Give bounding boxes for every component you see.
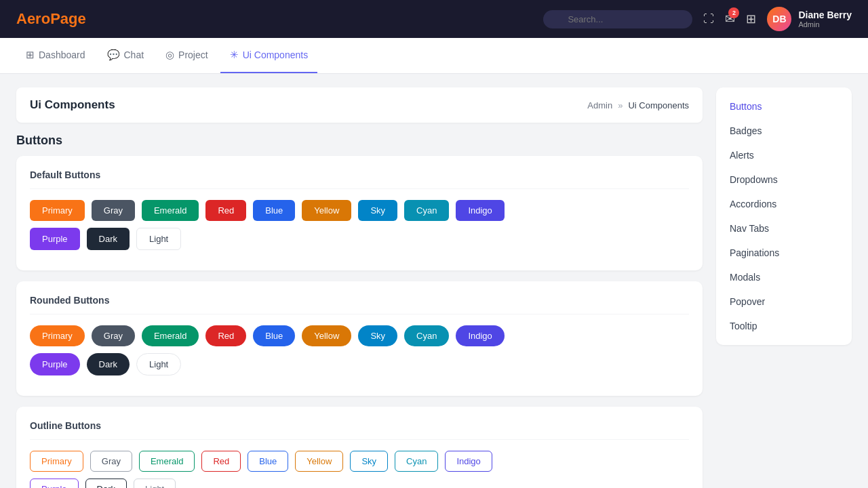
default-buttons-row1: Primary Gray Emerald Red Blue Yellow Sky… bbox=[30, 200, 689, 221]
sidebar-item-tooltip[interactable]: Tooltip bbox=[716, 314, 852, 338]
header: AeroPage 🔍 ⛶ ✉ 2 ⊞ DB Diane Berry Admin bbox=[0, 0, 868, 38]
page-title: Ui Components bbox=[30, 98, 115, 112]
notification-badge: 2 bbox=[728, 7, 739, 18]
btn-primary[interactable]: Primary bbox=[30, 200, 85, 221]
breadcrumb: Admin » Ui Components bbox=[587, 100, 689, 110]
sidebar-item-paginations[interactable]: Paginations bbox=[716, 241, 852, 265]
user-name: Diane Berry bbox=[798, 9, 852, 20]
sidebar-item-accordions[interactable]: Accordions bbox=[716, 192, 852, 216]
chat-icon: 💬 bbox=[107, 49, 120, 61]
rounded-buttons-card: Rounded Buttons Primary Gray Emerald Red… bbox=[16, 281, 703, 396]
btn-yellow[interactable]: Yellow bbox=[302, 200, 351, 221]
btn-outline-light[interactable]: Light bbox=[134, 479, 176, 488]
btn-outline-blue[interactable]: Blue bbox=[248, 451, 288, 472]
btn-rounded-gray[interactable]: Gray bbox=[92, 325, 135, 346]
btn-rounded-emerald[interactable]: Emerald bbox=[142, 325, 199, 346]
btn-rounded-blue[interactable]: Blue bbox=[253, 325, 295, 346]
default-buttons-title: Default Buttons bbox=[30, 169, 689, 189]
sidebar-item-badges[interactable]: Badges bbox=[716, 119, 852, 143]
btn-rounded-primary[interactable]: Primary bbox=[30, 325, 85, 346]
nav-label-chat: Chat bbox=[124, 49, 144, 60]
breadcrumb-current: Ui Components bbox=[628, 100, 689, 110]
sidebar-card: Buttons Badges Alerts Dropdowns Accordio… bbox=[716, 87, 852, 345]
btn-outline-indigo[interactable]: Indigo bbox=[445, 451, 492, 472]
sidebar-item-buttons[interactable]: Buttons bbox=[716, 94, 852, 119]
apps-icon[interactable]: ⊞ bbox=[746, 12, 756, 26]
sidebar-item-dropdowns[interactable]: Dropdowns bbox=[716, 167, 852, 192]
nav-label-ui-components: Ui Components bbox=[243, 49, 309, 60]
logo-text-page: Page bbox=[50, 10, 86, 27]
breadcrumb-root: Admin bbox=[587, 100, 612, 110]
sidebar-item-modals[interactable]: Modals bbox=[716, 265, 852, 289]
btn-light[interactable]: Light bbox=[136, 228, 181, 250]
btn-outline-gray[interactable]: Gray bbox=[90, 451, 132, 472]
btn-red[interactable]: Red bbox=[205, 200, 246, 221]
btn-outline-cyan[interactable]: Cyan bbox=[395, 451, 438, 472]
default-buttons-row2: Purple Dark Light bbox=[30, 228, 689, 250]
outline-buttons-row1: Primary Gray Emerald Red Blue Yellow Sky… bbox=[30, 451, 689, 472]
nav-item-dashboard[interactable]: ⊞ Dashboard bbox=[16, 38, 95, 73]
btn-blue[interactable]: Blue bbox=[253, 200, 295, 221]
logo-text-aero: Aero bbox=[16, 10, 50, 27]
nav-item-project[interactable]: ◎ Project bbox=[156, 38, 218, 73]
user-details: Diane Berry Admin bbox=[798, 9, 852, 28]
btn-rounded-purple[interactable]: Purple bbox=[30, 353, 80, 375]
rounded-buttons-row2: Purple Dark Light bbox=[30, 353, 689, 375]
rounded-buttons-title: Rounded Buttons bbox=[30, 295, 689, 314]
logo: AeroPage bbox=[16, 10, 86, 28]
btn-sky[interactable]: Sky bbox=[358, 200, 397, 221]
btn-rounded-dark[interactable]: Dark bbox=[87, 353, 130, 375]
user-role: Admin bbox=[798, 20, 852, 28]
sidebar: Buttons Badges Alerts Dropdowns Accordio… bbox=[716, 87, 852, 488]
outline-buttons-title: Outline Buttons bbox=[30, 420, 689, 440]
default-buttons-card: Default Buttons Primary Gray Emerald Red… bbox=[16, 156, 703, 270]
nav-label-dashboard: Dashboard bbox=[39, 49, 85, 60]
nav-bar: ⊞ Dashboard 💬 Chat ◎ Project ✳ Ui Compon… bbox=[0, 38, 868, 74]
outline-buttons-row2: Purple Dark Light bbox=[30, 479, 689, 488]
nav-label-project: Project bbox=[178, 49, 208, 60]
search-wrapper: 🔍 bbox=[543, 10, 692, 28]
nav-item-ui-components[interactable]: ✳ Ui Components bbox=[220, 38, 318, 73]
btn-cyan[interactable]: Cyan bbox=[404, 200, 449, 221]
btn-outline-dark[interactable]: Dark bbox=[85, 479, 127, 488]
dashboard-icon: ⊞ bbox=[26, 49, 35, 61]
btn-outline-red[interactable]: Red bbox=[201, 451, 241, 472]
btn-rounded-indigo[interactable]: Indigo bbox=[456, 325, 504, 346]
section-title-buttons: Buttons bbox=[16, 134, 703, 148]
btn-gray[interactable]: Gray bbox=[92, 200, 135, 221]
btn-indigo[interactable]: Indigo bbox=[456, 200, 504, 221]
avatar: DB bbox=[767, 7, 791, 31]
project-icon: ◎ bbox=[165, 49, 174, 61]
btn-outline-sky[interactable]: Sky bbox=[350, 451, 388, 472]
btn-outline-primary[interactable]: Primary bbox=[30, 451, 83, 472]
fullscreen-icon[interactable]: ⛶ bbox=[703, 13, 714, 25]
breadcrumb-bar: Ui Components Admin » Ui Components bbox=[16, 87, 703, 123]
breadcrumb-chevron: » bbox=[618, 100, 623, 110]
search-input[interactable] bbox=[543, 10, 692, 28]
btn-rounded-light[interactable]: Light bbox=[136, 353, 181, 375]
btn-dark[interactable]: Dark bbox=[87, 228, 130, 250]
btn-rounded-yellow[interactable]: Yellow bbox=[302, 325, 351, 346]
user-info[interactable]: DB Diane Berry Admin bbox=[767, 7, 852, 31]
notification-icon[interactable]: ✉ 2 bbox=[725, 12, 735, 26]
header-actions: 🔍 ⛶ ✉ 2 ⊞ DB Diane Berry Admin bbox=[543, 7, 852, 31]
nav-item-chat[interactable]: 💬 Chat bbox=[98, 38, 154, 73]
sidebar-item-alerts[interactable]: Alerts bbox=[716, 143, 852, 167]
main-layout: Ui Components Admin » Ui Components Butt… bbox=[0, 74, 868, 488]
rounded-buttons-row1: Primary Gray Emerald Red Blue Yellow Sky… bbox=[30, 325, 689, 346]
btn-rounded-sky[interactable]: Sky bbox=[358, 325, 397, 346]
sidebar-item-popover[interactable]: Popover bbox=[716, 289, 852, 314]
sidebar-item-nav-tabs[interactable]: Nav Tabs bbox=[716, 216, 852, 241]
btn-purple[interactable]: Purple bbox=[30, 228, 80, 250]
btn-outline-purple[interactable]: Purple bbox=[30, 479, 79, 488]
ui-components-icon: ✳ bbox=[230, 49, 239, 61]
content-area: Ui Components Admin » Ui Components Butt… bbox=[16, 87, 703, 488]
outline-buttons-card: Outline Buttons Primary Gray Emerald Red… bbox=[16, 407, 703, 488]
btn-outline-emerald[interactable]: Emerald bbox=[139, 451, 195, 472]
btn-rounded-red[interactable]: Red bbox=[205, 325, 246, 346]
btn-outline-yellow[interactable]: Yellow bbox=[295, 451, 343, 472]
btn-rounded-cyan[interactable]: Cyan bbox=[404, 325, 449, 346]
btn-emerald[interactable]: Emerald bbox=[142, 200, 199, 221]
